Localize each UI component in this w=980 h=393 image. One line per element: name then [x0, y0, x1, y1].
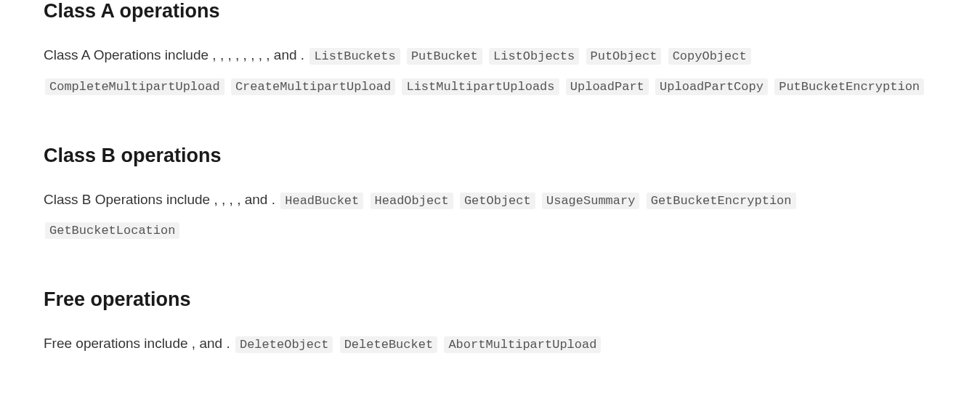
- joiner: ,: [214, 192, 217, 207]
- section-class-b: Class B operations Class B Operations in…: [44, 145, 936, 246]
- joiner: ,: [266, 47, 270, 62]
- joiner: ,: [212, 47, 216, 62]
- intro-text: Class A Operations include: [44, 47, 208, 62]
- joiner: ,: [259, 47, 262, 62]
- op-code: DeleteObject: [235, 336, 333, 353]
- joiner: ,: [220, 47, 224, 62]
- op-code: CompleteMultipartUpload: [45, 78, 224, 95]
- last-joiner: and: [199, 336, 222, 351]
- paragraph-free: Free operations include , and . DeleteOb…: [44, 328, 936, 359]
- heading-class-b: Class B operations: [44, 145, 936, 167]
- last-joiner: and: [245, 192, 268, 207]
- intro-text: Class B Operations include: [44, 192, 210, 207]
- op-code: PutBucket: [407, 48, 482, 65]
- joiner: ,: [230, 192, 233, 207]
- section-class-a: Class A operations Class A Operations in…: [44, 0, 936, 101]
- joiner: ,: [192, 336, 195, 351]
- op-code: ListMultipartUploads: [402, 78, 559, 95]
- terminator: .: [301, 47, 304, 62]
- joiner: ,: [251, 47, 254, 62]
- paragraph-class-b: Class B Operations include , , , , and .…: [44, 185, 936, 246]
- op-code: UsageSummary: [542, 193, 639, 209]
- op-code: DeleteBucket: [340, 336, 437, 353]
- joiner: ,: [235, 47, 239, 62]
- joiner: ,: [243, 47, 247, 62]
- op-code: ListBuckets: [309, 48, 400, 65]
- joiner: ,: [237, 192, 240, 207]
- terminator: .: [226, 336, 230, 351]
- op-code: UploadPartCopy: [655, 78, 768, 95]
- op-code: HeadObject: [370, 193, 453, 209]
- op-code: ListObjects: [489, 48, 579, 65]
- joiner: ,: [227, 47, 231, 62]
- op-code: GetBucketEncryption: [647, 193, 796, 209]
- op-code: UploadPart: [566, 78, 649, 95]
- op-code: PutBucketEncryption: [774, 78, 924, 95]
- op-code: CopyObject: [668, 48, 751, 65]
- op-code: CreateMultipartUpload: [231, 78, 395, 95]
- op-code: AbortMultipartUpload: [444, 336, 601, 353]
- op-code: GetObject: [460, 193, 535, 209]
- op-code: HeadBucket: [280, 193, 363, 209]
- op-code: GetBucketLocation: [45, 222, 179, 239]
- op-code: PutObject: [586, 48, 662, 65]
- terminator: .: [272, 192, 275, 207]
- heading-class-a: Class A operations: [44, 0, 936, 23]
- heading-free: Free operations: [44, 288, 936, 311]
- paragraph-class-a: Class A Operations include , , , , , , ,…: [44, 40, 936, 101]
- last-joiner: and: [274, 47, 297, 62]
- joiner: ,: [222, 192, 225, 207]
- section-free: Free operations Free operations include …: [44, 288, 936, 359]
- intro-text: Free operations include: [44, 336, 188, 351]
